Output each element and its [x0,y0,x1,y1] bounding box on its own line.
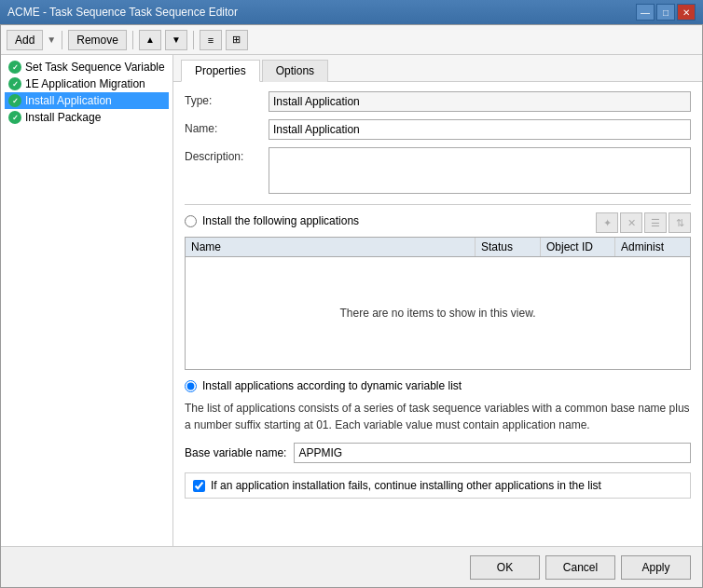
table-action-buttons: ✦ ✕ ☰ ⇅ [596,212,691,233]
type-label: Type: [185,91,269,107]
window-title: ACME - Task Sequence Task Sequence Edito… [7,6,238,19]
table-header: Name Status Object ID Administ [186,238,690,257]
base-var-row: Base variable name: [185,443,691,463]
tab-bar: Properties Options [173,55,702,82]
properties-panel: Type: Name: Description: [173,82,702,546]
tab-properties[interactable]: Properties [181,60,260,82]
name-value-container [269,119,691,140]
icon-btn-1[interactable]: ≡ [200,30,222,50]
tree-item-label: Install Package [25,111,101,124]
task-sequence-tree: ✓ Set Task Sequence Variable ✓ 1E Applic… [1,55,173,546]
radio-following-apps[interactable] [185,215,197,227]
status-icon-install-package: ✓ [8,111,21,124]
divider-1 [185,204,691,205]
add-button[interactable]: Add [7,30,43,50]
empty-message: There are no items to show in this view. [339,307,535,320]
status-icon-1e-migration: ✓ [8,77,21,90]
content-area: ✓ Set Task Sequence Variable ✓ 1E Applic… [1,55,702,546]
type-row: Type: [185,91,691,112]
toolbar: Add ▼ Remove ▲ ▼ ≡ ⊞ [1,25,702,55]
col-objectid: Object ID [541,238,615,256]
desc-label: Description: [185,147,269,163]
description-row: Description: [185,147,691,197]
name-row: Name: [185,119,691,140]
tree-item-install-package[interactable]: ✓ Install Package [5,109,169,126]
move-button[interactable]: ⇅ [669,212,691,233]
col-name: Name [186,238,476,256]
tree-item-label: Set Task Sequence Variable [25,61,165,74]
radio-dynamic-list[interactable] [185,380,197,392]
cancel-button[interactable]: Cancel [545,555,615,580]
toolbar-separator-1 [62,31,62,49]
toolbar-separator-3 [193,31,194,49]
add-dropdown-icon[interactable]: ▼ [47,34,56,45]
base-var-input[interactable] [294,443,691,463]
move-down-button[interactable]: ▼ [165,30,187,50]
name-label: Name: [185,119,269,135]
apply-button[interactable]: Apply [621,555,691,580]
toolbar-separator-2 [132,31,133,49]
base-var-label: Base variable name: [185,446,286,459]
tree-item-install-application[interactable]: ✓ Install Application [5,92,169,109]
name-input[interactable] [269,119,691,140]
remove-button[interactable]: Remove [68,30,127,50]
properties-button[interactable]: ☰ [644,212,667,233]
delete-button[interactable]: ✕ [620,212,642,233]
dynamic-section-desc: The list of applications consists of a s… [185,400,691,433]
radio-section-1: Install the following applications ✦ ✕ ☰… [185,212,691,370]
tree-item-label: 1E Application Migration [25,77,145,90]
checkbox-row: If an application installation fails, co… [185,472,691,499]
window-controls: — □ ✕ [636,4,696,21]
close-button[interactable]: ✕ [677,4,696,21]
radio-row-2: Install applications according to dynami… [185,379,691,392]
dynamic-section: Install applications according to dynami… [185,379,691,499]
fail-continue-checkbox[interactable] [193,480,205,492]
maximize-button[interactable]: □ [656,4,675,21]
type-input[interactable] [269,91,691,112]
desc-textarea[interactable] [269,147,691,194]
type-value-container [269,91,691,112]
status-icon-install-app: ✓ [8,94,21,107]
star-button[interactable]: ✦ [596,212,618,233]
desc-value-container [269,147,691,197]
ok-button[interactable]: OK [470,555,540,580]
icon-btn-2[interactable]: ⊞ [226,30,248,50]
right-panel: Properties Options Type: Name: [173,55,702,546]
col-status: Status [476,238,541,256]
applications-table: Name Status Object ID Administ There are… [185,237,691,370]
fail-continue-label[interactable]: If an application installation fails, co… [211,479,601,492]
table-body: There are no items to show in this view. [186,257,690,369]
radio-dynamic-list-label[interactable]: Install applications according to dynami… [202,379,462,392]
bottom-bar: OK Cancel Apply [1,546,702,587]
tree-item-set-variable[interactable]: ✓ Set Task Sequence Variable [5,59,169,75]
tree-item-1e-migration[interactable]: ✓ 1E Application Migration [5,75,169,92]
main-window: Add ▼ Remove ▲ ▼ ≡ ⊞ ✓ Set Task Sequence… [0,24,703,588]
title-bar: ACME - Task Sequence Task Sequence Edito… [0,0,703,24]
tree-item-label: Install Application [25,94,112,107]
move-up-button[interactable]: ▲ [139,30,161,50]
minimize-button[interactable]: — [636,4,655,21]
radio-following-apps-label[interactable]: Install the following applications [202,214,359,227]
tab-options[interactable]: Options [262,60,328,82]
radio-row-1: Install the following applications [185,214,359,227]
col-administ: Administ [615,238,690,256]
status-icon-set-variable: ✓ [8,61,21,74]
